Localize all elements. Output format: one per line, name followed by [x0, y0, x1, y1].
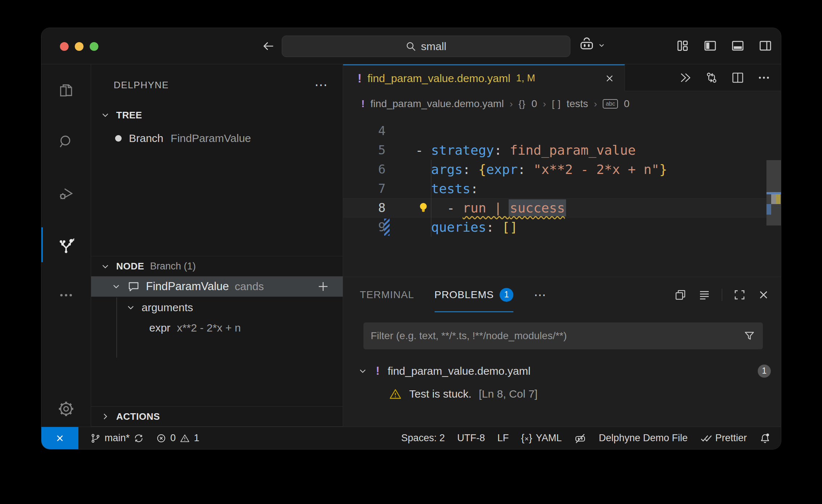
- more-actions-icon[interactable]: [757, 71, 771, 85]
- editor-tab-bar: ! find_param_value.demo.yaml 1, M: [343, 64, 781, 91]
- language-mode-item[interactable]: {✕} YAML: [521, 432, 562, 444]
- explorer-icon[interactable]: [41, 73, 91, 108]
- delphyne-view-icon[interactable]: [41, 227, 91, 262]
- toggle-secondary-sidebar-icon[interactable]: [758, 39, 772, 53]
- arguments-label: arguments: [142, 301, 193, 314]
- indentation-label: Spaces: 2: [401, 432, 445, 444]
- chevron-down-icon: [358, 366, 368, 376]
- problem-location: [Ln 8, Col 7]: [479, 388, 538, 400]
- bottom-panel: TERMINAL PROBLEMS 1 ⋯: [343, 277, 781, 427]
- breadcrumb[interactable]: ! find_param_value.demo.yaml › {} 0 › [ …: [343, 91, 781, 117]
- tab-filename: find_param_value.demo.yaml: [367, 72, 510, 85]
- close-tab-icon[interactable]: [604, 73, 615, 84]
- problem-detail-row[interactable]: Test is stuck. [Ln 8, Col 7]: [343, 382, 781, 405]
- title-bar: small: [41, 28, 781, 64]
- formatter-item[interactable]: Prettier: [700, 432, 747, 444]
- notifications-item[interactable]: [759, 432, 771, 444]
- code-editor[interactable]: 4 5 - strategy: find_param_value 6 args:…: [343, 117, 781, 277]
- back-arrow-icon[interactable]: [261, 39, 276, 53]
- git-branch-item[interactable]: main*: [90, 432, 144, 444]
- node-item-findparamvalue[interactable]: FindParamValue cands: [91, 276, 343, 297]
- encoding-item[interactable]: UTF-8: [457, 432, 485, 444]
- tab-problems[interactable]: PROBLEMS 1: [435, 277, 514, 312]
- breadcrumb-separator: ›: [510, 98, 513, 110]
- problem-file-row[interactable]: ! find_param_value.demo.yaml 1: [343, 359, 781, 382]
- tab-find-param-value[interactable]: ! find_param_value.demo.yaml 1, M: [343, 64, 625, 91]
- filter-funnel-icon[interactable]: [743, 330, 756, 342]
- eol-item[interactable]: LF: [497, 432, 509, 444]
- run-all-icon[interactable]: [679, 71, 692, 85]
- breadcrumb-separator: ›: [543, 98, 546, 110]
- command-center-search[interactable]: small: [282, 36, 570, 57]
- warning-mark-icon: !: [358, 72, 362, 85]
- eol-label: LF: [497, 432, 509, 444]
- line-number: 6: [343, 160, 386, 179]
- node-section-header[interactable]: NODE Branch (1): [91, 256, 343, 276]
- traffic-light-minimize[interactable]: [75, 42, 84, 51]
- code-line-4: 4: [343, 121, 781, 141]
- breadcrumb-separator: ›: [594, 98, 597, 110]
- warning-triangle-icon: [389, 387, 402, 401]
- string-symbol-icon: abc: [603, 99, 618, 109]
- node-section-label: NODE: [116, 261, 144, 272]
- expr-item[interactable]: expr x**2 - 2*x + n: [91, 318, 343, 338]
- problems-filter-input[interactable]: [371, 330, 743, 342]
- tree-item-branch[interactable]: Branch FindParamValue: [91, 128, 343, 149]
- problems-status-item[interactable]: 0 1: [156, 432, 199, 444]
- problem-message: Test is stuck.: [409, 388, 472, 400]
- toggle-panel-icon[interactable]: [731, 39, 745, 53]
- sidebar-title: DELPHYNE: [114, 80, 169, 91]
- arguments-item[interactable]: arguments: [91, 297, 343, 318]
- bell-icon: [759, 432, 771, 444]
- compare-changes-icon[interactable]: [705, 71, 719, 85]
- double-check-icon: [700, 432, 712, 444]
- search-view-icon[interactable]: [41, 125, 91, 159]
- collapse-all-icon[interactable]: [698, 288, 711, 301]
- remote-indicator[interactable]: [41, 427, 78, 449]
- problems-filter[interactable]: [363, 322, 763, 349]
- chevron-down-icon: [100, 261, 110, 272]
- tab-terminal[interactable]: TERMINAL: [360, 277, 414, 312]
- tree-section-label: TREE: [116, 110, 142, 121]
- additional-views-icon[interactable]: [41, 278, 91, 313]
- breadcrumb-object[interactable]: 0: [532, 98, 537, 110]
- add-action-icon[interactable]: [317, 280, 330, 293]
- run-debug-icon[interactable]: [41, 176, 91, 211]
- actions-section-header[interactable]: ACTIONS: [91, 406, 343, 427]
- maximize-panel-icon[interactable]: [733, 288, 746, 301]
- breadcrumb-tests[interactable]: tests: [567, 98, 588, 110]
- line-number: 7: [343, 179, 386, 198]
- panel-more-tabs-icon[interactable]: ⋯: [534, 277, 547, 312]
- customize-layout-icon[interactable]: [676, 39, 689, 53]
- settings-gear-icon[interactable]: [41, 391, 91, 426]
- breadcrumb-file[interactable]: find_param_value.demo.yaml: [370, 98, 504, 110]
- split-editor-icon[interactable]: [731, 71, 745, 85]
- sidebar-more-actions-icon[interactable]: ⋯: [314, 77, 328, 93]
- views-icon[interactable]: [674, 288, 687, 301]
- chevron-down-icon: [100, 110, 110, 120]
- close-panel-icon[interactable]: [757, 288, 770, 301]
- sync-icon: [133, 433, 144, 444]
- divider: [722, 289, 722, 301]
- ruler-warning-mark: [776, 194, 781, 204]
- branch-name: main*: [105, 432, 130, 444]
- indentation-item[interactable]: Spaces: 2: [401, 432, 445, 444]
- copilot-status-item[interactable]: [574, 432, 586, 444]
- toggle-primary-sidebar-icon[interactable]: [703, 39, 717, 53]
- traffic-light-zoom[interactable]: [90, 42, 98, 51]
- mode-item[interactable]: Delphyne Demo File: [599, 432, 688, 444]
- errors-count: 0: [170, 432, 176, 444]
- tree-item-label: Branch: [129, 132, 163, 145]
- tree-item-detail: FindParamValue: [171, 132, 251, 145]
- traffic-light-close[interactable]: [60, 42, 69, 51]
- code-line-5: 5 - strategy: find_param_value: [343, 141, 781, 160]
- problems-count-badge: 1: [500, 288, 513, 302]
- copilot-menu[interactable]: [579, 37, 606, 53]
- terminal-tab-label: TERMINAL: [360, 289, 414, 301]
- language-label: YAML: [536, 432, 562, 444]
- braces-error-icon: {✕}: [521, 432, 532, 444]
- git-branch-icon: [90, 433, 101, 444]
- breadcrumb-leaf[interactable]: 0: [624, 98, 630, 110]
- tree-section-header[interactable]: TREE: [91, 105, 343, 125]
- editor-scrollbar[interactable]: [766, 117, 781, 277]
